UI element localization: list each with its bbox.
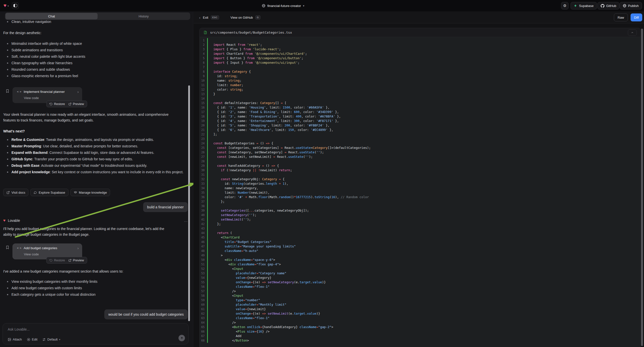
- supabase-button[interactable]: Supabase: [570, 2, 597, 10]
- bullet-dot: [7, 165, 8, 166]
- line-number: 65: [200, 325, 205, 329]
- line-number: 63: [200, 316, 205, 320]
- line-number: 15: [200, 101, 205, 105]
- code-line: 26 const [newCategory, setNewCategory] =…: [200, 150, 640, 154]
- code-line: 15⌄const defaultCategories: Category[] =…: [200, 101, 640, 105]
- code-text: placeholder="Monthly limit": [210, 302, 286, 307]
- whats-next-heading: What's next?: [3, 128, 25, 134]
- github-button[interactable]: GitHub: [598, 2, 619, 10]
- code-text: limit: number;: [210, 83, 243, 87]
- restore-button[interactable]: Restore: [50, 102, 65, 106]
- list-item: Refine & Customize: Tweak the design, an…: [3, 136, 186, 143]
- preview-button[interactable]: Preview: [68, 259, 84, 262]
- send-button[interactable]: [178, 335, 185, 341]
- view-on-github-button[interactable]: View on GitHub: [230, 16, 253, 20]
- code-line: 35 limit: Number(newLimit),: [200, 190, 640, 195]
- line-number: 45: [200, 235, 205, 240]
- code-line: 44 return (: [200, 231, 640, 235]
- code-text: { id: '6', name: 'Healthcare', limit: 15…: [210, 128, 333, 132]
- code-text: name: newCategory,: [210, 186, 258, 190]
- sidebar-toggle-button[interactable]: [12, 2, 19, 9]
- assistant-paragraph: I've added a new budget categories manag…: [3, 268, 188, 274]
- globe-icon: [623, 4, 626, 8]
- code-line: 48 className="h-auto": [200, 249, 640, 253]
- project-title: financial-future-creator: [267, 4, 301, 8]
- code-text: id: String(categories.length + 1),: [210, 182, 288, 186]
- chat-input-box[interactable]: Ask Lovable... Attach Edit Default ▾: [2, 323, 189, 344]
- edit-mode-button[interactable]: Edit: [27, 338, 37, 341]
- exit-button[interactable]: Exit: [203, 16, 208, 20]
- lovable-avatar: ♥: [3, 218, 6, 222]
- manage-knowledge-button[interactable]: Manage knowledge: [70, 189, 110, 196]
- lovable-logo-menu[interactable]: ♥ ▾: [4, 3, 9, 8]
- added-features-list: View existing budget categories with the…: [3, 278, 188, 298]
- code-line: 12 color: string;: [200, 87, 640, 92]
- code-scrollbar[interactable]: [641, 29, 643, 346]
- list-item: Master Prompting: Use clear, detailed, a…: [3, 143, 186, 149]
- chat-scrollbar[interactable]: [188, 86, 190, 321]
- line-number: 47: [200, 244, 205, 249]
- code-line: 56 className="flex-1": [200, 284, 640, 289]
- preview-button[interactable]: Preview: [68, 102, 84, 106]
- restore-button[interactable]: Restore: [50, 259, 65, 262]
- line-number: 38: [200, 204, 205, 208]
- bullet-dot: [7, 294, 8, 295]
- code-editor[interactable]: 12import React from 'react';3import { Pl…: [200, 37, 640, 343]
- line-number: 35: [200, 190, 205, 195]
- bookmark-icon[interactable]: [6, 245, 10, 250]
- code-text: };: [210, 200, 224, 204]
- list-item: View existing budget categories with the…: [3, 278, 188, 285]
- code-text: name: string;: [210, 78, 242, 83]
- code-line: 65 <Button onClick={handleAddCategory} c…: [200, 325, 640, 329]
- code-text: [210, 65, 213, 70]
- file-header[interactable]: src/components/budget/BudgetCategories.t…: [200, 28, 640, 37]
- lovable-heart-icon: ♥: [4, 3, 6, 8]
- code-line: 37 };: [200, 200, 640, 204]
- code-text: onChange={(e) => setNewLimit(e.target.va…: [210, 312, 320, 316]
- diff-toggle-button[interactable]: Diff: [630, 14, 642, 22]
- code-line: 21 { id: '6', name: 'Healthcare', limit:…: [200, 128, 640, 132]
- code-viewer-header: ‹ Exit ESC View on GitHub G Raw Diff: [194, 12, 644, 24]
- collapse-file-button[interactable]: [628, 29, 637, 36]
- line-number: 37: [200, 200, 205, 204]
- line-number: 49: [200, 253, 205, 258]
- chevron-down-icon: ▾: [303, 4, 304, 8]
- code-text: setNewLimit('');: [210, 217, 251, 222]
- project-switcher[interactable]: financial-future-creator ▾: [262, 0, 304, 12]
- line-number: 30: [200, 168, 205, 172]
- view-code-link[interactable]: View code: [24, 96, 39, 100]
- attach-button[interactable]: Attach: [8, 338, 22, 341]
- code-text: const [newLimit, setNewLimit] = React.us…: [210, 154, 313, 159]
- code-text: ];: [210, 132, 217, 137]
- code-text: subtitle="Manage your spending limits": [210, 244, 296, 249]
- chat-bubble-icon: [34, 191, 37, 194]
- code-line: 45 <ChartCard: [200, 235, 640, 240]
- code-line: 50 <div className="space-y-6">: [200, 258, 640, 262]
- line-number: 28: [200, 159, 205, 164]
- code-viewer-panel: ‹ Exit ESC View on GitHub G Raw Diff src…: [194, 12, 644, 347]
- code-line: 10 name: string;: [200, 78, 640, 83]
- code-text: import { Input } from '@/components/ui/i…: [210, 60, 300, 65]
- line-number: 12: [200, 87, 205, 92]
- visit-docs-button[interactable]: Visit docs: [3, 189, 28, 196]
- code-icon: < >: [17, 246, 21, 250]
- view-code-link[interactable]: View code: [24, 252, 39, 256]
- bookmark-icon[interactable]: [6, 88, 10, 94]
- file-diff-card: src/components/budget/BudgetCategories.t…: [200, 28, 640, 347]
- list-item: Rounded corners and subtle shadows: [3, 66, 189, 73]
- settings-button[interactable]: ⚙: [561, 2, 568, 10]
- code-line: 31: [200, 172, 640, 177]
- code-text: <Plus size={16} />: [210, 329, 270, 334]
- code-line: 36 color: '#' + Math.floor(Math.random()…: [200, 195, 640, 200]
- explore-supabase-button[interactable]: Explore Supabase: [30, 189, 68, 196]
- code-line: 47 subtitle="Manage your spending limits…: [200, 244, 640, 249]
- code-line: 5import { Button } from '@/components/ui…: [200, 56, 640, 60]
- publish-button[interactable]: Publish: [620, 2, 642, 10]
- mode-selector[interactable]: Default ▾: [42, 338, 60, 341]
- code-text: const newCategoryObj: Category = {: [210, 177, 284, 182]
- code-line: 62 onChange={(e) => setNewLimit(e.target…: [200, 312, 640, 316]
- message-menu-button[interactable]: ...: [184, 218, 188, 222]
- raw-toggle-button[interactable]: Raw: [614, 14, 628, 22]
- bullet-dot: [7, 172, 8, 173]
- code-line: 53 placeholder="Category name": [200, 271, 640, 276]
